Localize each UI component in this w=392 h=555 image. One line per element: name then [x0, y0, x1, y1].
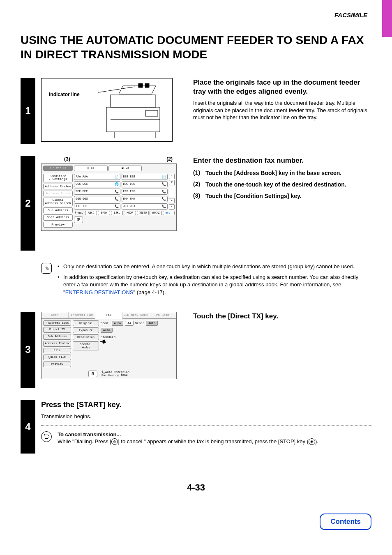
substep-text: Touch the [Address Book] key in the base…	[205, 169, 371, 177]
preview-button[interactable]: Preview	[43, 362, 71, 367]
address-book-panel: 5 ▸ 10 ▸ 15 ✉ To 🗎 Cc Condition▸	[41, 164, 177, 231]
preview-icon: 🗐	[92, 372, 95, 375]
address-review-button[interactable]: Address Review	[43, 184, 73, 189]
step-heading: Enter the destination fax number.	[193, 156, 371, 165]
cancel-info-icon: ⮌	[41, 431, 52, 442]
original-button[interactable]: Original	[73, 320, 99, 326]
resolution-button[interactable]: Resolution	[73, 334, 99, 340]
onetouch-key[interactable]: III III📞	[74, 203, 120, 210]
separator	[41, 236, 371, 236]
step-paragraph: Insert the originals all the way into th…	[193, 99, 371, 121]
onetouch-key[interactable]: HHH HHH📞	[122, 196, 168, 202]
status-text: 📞Auto Reception Fax Memory:100%	[101, 371, 129, 378]
tab-cc[interactable]: 🗎 Cc	[108, 166, 142, 171]
tab-usb-mem-scan[interactable]: USB Mem. Scan	[122, 312, 150, 318]
onetouch-key[interactable]: DDD DDD📞	[122, 181, 168, 187]
step-heading: Touch the [Direct TX] key.	[193, 312, 371, 321]
page-number: 4-33	[0, 482, 392, 493]
step-1: 1 Indicator line	[21, 78, 371, 144]
sub-address-button[interactable]: Sub Address	[43, 334, 71, 340]
step-heading: Place the originals face up in the docum…	[193, 78, 371, 96]
onetouch-key[interactable]: AAA AAA📄	[74, 174, 120, 180]
exposure-button[interactable]: Exposure	[73, 327, 99, 333]
sort-abcd[interactable]: ABCD	[85, 211, 97, 215]
machine-illustration: Indicator line	[41, 78, 173, 142]
indicator-line-label: Indicator line	[49, 92, 80, 97]
cancel-body: While "Dialling. Press [⊘] to cancel." a…	[58, 438, 371, 445]
size-value: A4	[125, 321, 133, 326]
sort-qrstu[interactable]: QRSTU	[137, 211, 149, 215]
scroll-page-1: 1	[169, 174, 175, 179]
exposure-value: Auto	[101, 328, 113, 333]
tab-internet-fax[interactable]: Internet Fax	[69, 312, 96, 318]
step-2: 2 (3) (2) 5 ▸ 10 ▸ 15 ✉ To	[21, 156, 371, 251]
substep-num: (1)	[193, 169, 205, 177]
onetouch-key[interactable]: GGG GGG📞	[74, 196, 120, 202]
onetouch-key[interactable]: JJJ JJJ📞	[122, 203, 168, 210]
note-bullet: Only one destination can be entered. A o…	[63, 263, 371, 270]
note-bullet: In addition to specification by one-touc…	[63, 274, 371, 296]
sort-etc[interactable]: etc.	[163, 211, 175, 215]
address-review-button[interactable]: Address Review	[43, 341, 71, 347]
substep-num: (2)	[193, 181, 205, 188]
callout-3: (3)	[64, 156, 70, 162]
scroll-down-button[interactable]: ✦	[169, 204, 175, 210]
substep-text: Touch the one-touch key of the desired d…	[205, 181, 371, 188]
note-icon: ✎	[41, 263, 52, 274]
sort-ijkl[interactable]: IJKL	[111, 211, 123, 215]
tab-fax[interactable]: Fax	[95, 312, 122, 319]
step-paragraph: Transmission begins.	[41, 413, 371, 420]
sub-address-button[interactable]: Sub Address	[43, 207, 73, 213]
printer-icon	[90, 78, 172, 140]
onetouch-key[interactable]: BBB BBB📄	[122, 174, 168, 180]
onetouch-key[interactable]: FFF FFF📞	[122, 189, 168, 195]
svg-line-3	[98, 87, 135, 92]
address-book-button[interactable]: Address Book	[43, 320, 71, 326]
file-button[interactable]: File	[43, 348, 71, 354]
preview-icon-button[interactable]: 🗐	[74, 216, 83, 223]
stop-key-icon: ◉	[309, 438, 315, 445]
global-address-search-button[interactable]: GlobalAddress Search	[43, 198, 73, 206]
base-screen-panel: Scan Internet Fax Fax USB Mem. Scan PC S…	[41, 312, 177, 380]
scroll-page-2: 2	[169, 180, 175, 185]
tab-scan[interactable]: Scan	[42, 312, 69, 318]
quick-file-button[interactable]: Quick File	[43, 355, 71, 360]
direct-tx-button[interactable]: Direct TX	[43, 327, 71, 333]
step-number: 1	[21, 78, 35, 144]
scan-label: Scan:	[101, 322, 110, 325]
substep-text: Touch the [Condition Settings] key.	[205, 192, 371, 200]
onetouch-key[interactable]: CCC CCC🌐	[74, 181, 120, 187]
sort-vwxyz[interactable]: VWXYZ	[150, 211, 161, 215]
svg-rect-1	[111, 95, 156, 107]
preview-icon-button[interactable]: 🗐	[88, 371, 97, 377]
sort-address-button[interactable]: Sort Address	[43, 214, 73, 220]
special-modes-button[interactable]: Special Modes	[73, 341, 99, 350]
address-entry-button[interactable]: Address Entry	[43, 191, 73, 196]
entering-destinations-link[interactable]: ENTERING DESTINATIONS	[65, 289, 134, 295]
step-3: 3 Scan Internet Fax Fax USB Mem. Scan PC…	[21, 312, 371, 388]
svg-rect-4	[145, 111, 158, 116]
contents-button[interactable]: Contents	[320, 514, 371, 530]
sort-efgh[interactable]: EFGH	[98, 211, 110, 215]
step-4: 4 Press the [START] key. Transmission be…	[21, 400, 371, 454]
stop-small-icon: ⊘	[111, 438, 118, 445]
step-number: 4	[21, 400, 35, 454]
send-label: Send:	[135, 322, 145, 325]
step-heading: Press the [START] key.	[41, 400, 371, 410]
step-number: 3	[21, 312, 35, 388]
condition-settings-button[interactable]: Condition▸ Settings	[43, 174, 73, 182]
tab-pc-scan[interactable]: PC Scan	[149, 312, 176, 318]
scroll-up-button[interactable]: ✦	[169, 198, 175, 203]
scan-value: Auto	[112, 321, 124, 326]
preview-button[interactable]: Preview	[43, 222, 73, 228]
step-number: 2	[21, 156, 35, 251]
svg-marker-2	[119, 86, 156, 94]
sort-freq-label: Freq.	[74, 211, 84, 214]
header-section: FACSIMILE	[334, 12, 367, 18]
separator	[41, 425, 371, 426]
substep-num: (3)	[193, 192, 205, 200]
sort-mnop[interactable]: MNOP	[124, 211, 136, 215]
onetouch-key[interactable]: EEE EEE📞	[74, 189, 120, 195]
note-block: ✎ •Only one destination can be entered. …	[41, 263, 371, 299]
tab-to[interactable]: ✉ To	[74, 166, 108, 171]
